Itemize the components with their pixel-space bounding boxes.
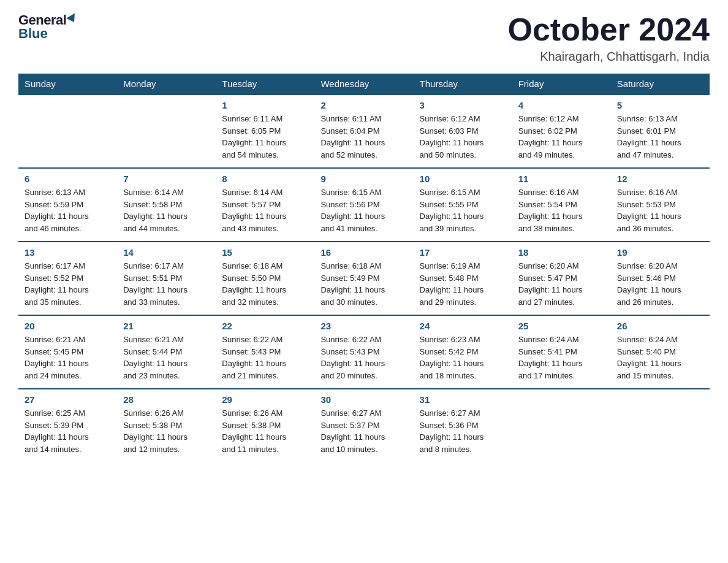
day-number: 5 — [617, 100, 703, 110]
day-number: 9 — [320, 174, 407, 184]
calendar-cell: 5Sunrise: 6:13 AM Sunset: 6:01 PM Daylig… — [611, 94, 710, 168]
calendar-body: 1Sunrise: 6:11 AM Sunset: 6:05 PM Daylig… — [18, 94, 710, 462]
day-number: 15 — [222, 247, 308, 258]
logo: General Blue — [18, 12, 77, 42]
day-number: 12 — [617, 174, 703, 184]
day-of-week-header: Tuesday — [216, 74, 314, 94]
day-number: 30 — [320, 394, 407, 405]
calendar-week-row: 1Sunrise: 6:11 AM Sunset: 6:05 PM Daylig… — [18, 94, 710, 168]
day-info: Sunrise: 6:24 AM Sunset: 5:40 PM Dayligh… — [617, 334, 703, 381]
calendar-cell: 26Sunrise: 6:24 AM Sunset: 5:40 PM Dayli… — [611, 315, 710, 389]
day-number: 23 — [320, 321, 407, 331]
day-number: 24 — [420, 321, 506, 331]
calendar-cell — [512, 389, 611, 462]
calendar-cell: 11Sunrise: 6:16 AM Sunset: 5:54 PM Dayli… — [512, 168, 611, 242]
day-info: Sunrise: 6:21 AM Sunset: 5:44 PM Dayligh… — [123, 334, 210, 381]
calendar-cell: 12Sunrise: 6:16 AM Sunset: 5:53 PM Dayli… — [611, 168, 710, 242]
calendar-cell: 17Sunrise: 6:19 AM Sunset: 5:48 PM Dayli… — [414, 242, 512, 315]
day-info: Sunrise: 6:17 AM Sunset: 5:52 PM Dayligh… — [25, 260, 111, 308]
calendar-cell — [611, 389, 710, 462]
calendar-cell: 1Sunrise: 6:11 AM Sunset: 6:05 PM Daylig… — [216, 94, 314, 168]
calendar-cell: 7Sunrise: 6:14 AM Sunset: 5:58 PM Daylig… — [117, 168, 216, 242]
day-number: 22 — [222, 321, 308, 331]
title-block: October 2024 Khairagarh, Chhattisgarh, I… — [508, 12, 710, 64]
day-info: Sunrise: 6:22 AM Sunset: 5:43 PM Dayligh… — [222, 334, 308, 381]
header-row: SundayMondayTuesdayWednesdayThursdayFrid… — [18, 74, 710, 94]
logo-blue-text: Blue — [18, 26, 48, 42]
day-info: Sunrise: 6:15 AM Sunset: 5:55 PM Dayligh… — [420, 186, 506, 234]
day-info: Sunrise: 6:20 AM Sunset: 5:47 PM Dayligh… — [518, 260, 605, 308]
calendar-cell: 2Sunrise: 6:11 AM Sunset: 6:04 PM Daylig… — [314, 94, 413, 168]
calendar-cell: 27Sunrise: 6:25 AM Sunset: 5:39 PM Dayli… — [18, 389, 117, 462]
day-number: 20 — [25, 321, 111, 331]
day-info: Sunrise: 6:17 AM Sunset: 5:51 PM Dayligh… — [123, 260, 210, 308]
day-info: Sunrise: 6:19 AM Sunset: 5:48 PM Dayligh… — [420, 260, 506, 308]
calendar-cell: 18Sunrise: 6:20 AM Sunset: 5:47 PM Dayli… — [512, 242, 611, 315]
calendar-cell: 29Sunrise: 6:26 AM Sunset: 5:38 PM Dayli… — [216, 389, 314, 462]
day-of-week-header: Monday — [117, 74, 216, 94]
calendar-cell — [18, 94, 117, 168]
day-info: Sunrise: 6:18 AM Sunset: 5:50 PM Dayligh… — [222, 260, 308, 308]
calendar-cell: 9Sunrise: 6:15 AM Sunset: 5:56 PM Daylig… — [314, 168, 413, 242]
calendar-cell: 25Sunrise: 6:24 AM Sunset: 5:41 PM Dayli… — [512, 315, 611, 389]
location-text: Khairagarh, Chhattisgarh, India — [508, 50, 710, 64]
day-info: Sunrise: 6:23 AM Sunset: 5:42 PM Dayligh… — [420, 334, 506, 381]
day-number: 18 — [518, 247, 605, 258]
calendar-table: SundayMondayTuesdayWednesdayThursdayFrid… — [18, 74, 710, 462]
day-info: Sunrise: 6:18 AM Sunset: 5:49 PM Dayligh… — [320, 260, 407, 308]
day-info: Sunrise: 6:11 AM Sunset: 6:04 PM Dayligh… — [320, 113, 407, 161]
calendar-week-row: 20Sunrise: 6:21 AM Sunset: 5:45 PM Dayli… — [18, 315, 710, 389]
day-number: 16 — [320, 247, 407, 258]
day-info: Sunrise: 6:24 AM Sunset: 5:41 PM Dayligh… — [518, 334, 605, 381]
calendar-week-row: 27Sunrise: 6:25 AM Sunset: 5:39 PM Dayli… — [18, 389, 710, 462]
day-info: Sunrise: 6:12 AM Sunset: 6:02 PM Dayligh… — [518, 113, 605, 161]
calendar-week-row: 13Sunrise: 6:17 AM Sunset: 5:52 PM Dayli… — [18, 242, 710, 315]
day-of-week-header: Thursday — [414, 74, 512, 94]
calendar-cell: 31Sunrise: 6:27 AM Sunset: 5:36 PM Dayli… — [414, 389, 512, 462]
calendar-cell: 4Sunrise: 6:12 AM Sunset: 6:02 PM Daylig… — [512, 94, 611, 168]
day-number: 10 — [420, 174, 506, 184]
day-number: 1 — [222, 100, 308, 110]
day-number: 19 — [617, 247, 703, 258]
calendar-cell: 3Sunrise: 6:12 AM Sunset: 6:03 PM Daylig… — [414, 94, 512, 168]
day-info: Sunrise: 6:20 AM Sunset: 5:46 PM Dayligh… — [617, 260, 703, 308]
day-number: 21 — [123, 321, 210, 331]
day-number: 8 — [222, 174, 308, 184]
day-info: Sunrise: 6:16 AM Sunset: 5:53 PM Dayligh… — [617, 186, 703, 234]
day-info: Sunrise: 6:25 AM Sunset: 5:39 PM Dayligh… — [25, 407, 111, 455]
calendar-cell: 16Sunrise: 6:18 AM Sunset: 5:49 PM Dayli… — [314, 242, 413, 315]
calendar-header: SundayMondayTuesdayWednesdayThursdayFrid… — [18, 74, 710, 94]
calendar-week-row: 6Sunrise: 6:13 AM Sunset: 5:59 PM Daylig… — [18, 168, 710, 242]
day-info: Sunrise: 6:15 AM Sunset: 5:56 PM Dayligh… — [320, 186, 407, 234]
day-info: Sunrise: 6:27 AM Sunset: 5:36 PM Dayligh… — [420, 407, 506, 455]
calendar-cell: 28Sunrise: 6:26 AM Sunset: 5:38 PM Dayli… — [117, 389, 216, 462]
day-number: 17 — [420, 247, 506, 258]
day-info: Sunrise: 6:14 AM Sunset: 5:57 PM Dayligh… — [222, 186, 308, 234]
day-info: Sunrise: 6:13 AM Sunset: 5:59 PM Dayligh… — [25, 186, 111, 234]
day-of-week-header: Sunday — [18, 74, 117, 94]
day-number: 29 — [222, 394, 308, 405]
day-number: 11 — [518, 174, 605, 184]
month-title: October 2024 — [508, 12, 710, 47]
day-number: 25 — [518, 321, 605, 331]
day-number: 4 — [518, 100, 605, 110]
day-info: Sunrise: 6:12 AM Sunset: 6:03 PM Dayligh… — [420, 113, 506, 161]
day-number: 14 — [123, 247, 210, 258]
day-number: 28 — [123, 394, 210, 405]
day-info: Sunrise: 6:26 AM Sunset: 5:38 PM Dayligh… — [123, 407, 210, 455]
day-of-week-header: Wednesday — [314, 74, 413, 94]
day-number: 13 — [25, 247, 111, 258]
calendar-cell: 10Sunrise: 6:15 AM Sunset: 5:55 PM Dayli… — [414, 168, 512, 242]
page-header: General Blue October 2024 Khairagarh, Ch… — [18, 12, 710, 64]
calendar-cell: 23Sunrise: 6:22 AM Sunset: 5:43 PM Dayli… — [314, 315, 413, 389]
calendar-cell: 14Sunrise: 6:17 AM Sunset: 5:51 PM Dayli… — [117, 242, 216, 315]
day-info: Sunrise: 6:27 AM Sunset: 5:37 PM Dayligh… — [320, 407, 407, 455]
calendar-cell: 15Sunrise: 6:18 AM Sunset: 5:50 PM Dayli… — [216, 242, 314, 315]
day-number: 6 — [25, 174, 111, 184]
calendar-cell — [117, 94, 216, 168]
day-number: 27 — [25, 394, 111, 405]
logo-triangle-icon — [67, 13, 79, 25]
day-info: Sunrise: 6:14 AM Sunset: 5:58 PM Dayligh… — [123, 186, 210, 234]
day-info: Sunrise: 6:16 AM Sunset: 5:54 PM Dayligh… — [518, 186, 605, 234]
day-info: Sunrise: 6:21 AM Sunset: 5:45 PM Dayligh… — [25, 334, 111, 381]
